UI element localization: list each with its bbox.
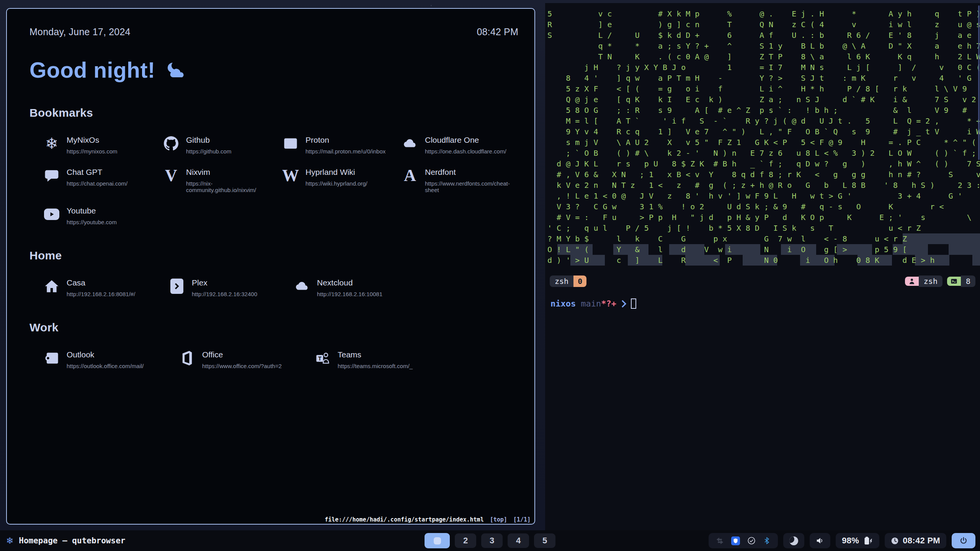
prompt-line[interactable]: nixos main *?+ <box>545 298 980 309</box>
workspace-button-3[interactable]: 3 <box>481 533 503 548</box>
terminal-window[interactable]: 5 v c # X k M p % @ . E j . H * A y h q … <box>545 3 980 530</box>
qutebrowser-window: Monday, June 17, 2024 08:42 PM Good nigh… <box>6 8 535 525</box>
cloud-icon <box>402 135 418 152</box>
matrix-row: O ! L " ( Y & l d V w i N i O g [ > p 5 … <box>547 244 980 255</box>
teams-person-icon: T <box>314 349 331 367</box>
section-title: Bookmarks <box>29 106 518 119</box>
cloud-moon-icon <box>162 62 186 81</box>
workspace-button-5[interactable]: 5 <box>534 533 555 548</box>
workspace-button-1[interactable] <box>425 533 450 548</box>
matrix-row: M = l [ A T ` ' i f S - ` R y ? j ( @ d … <box>547 116 980 126</box>
pane-count: 8 <box>961 276 975 287</box>
bookmark-name: Youtube <box>67 206 117 215</box>
bookmark-youtube[interactable]: Youtube https://youtube.com <box>43 205 163 225</box>
matrix-row: , ! L e 1 < 0 @ J V z 8 ' h v ' ] w F 9 … <box>547 191 980 201</box>
statusbar: file:///home/hadi/.config/startpage/inde… <box>325 516 531 523</box>
bookmark-proton[interactable]: Proton https://mail.proton.me/u/0/inbox <box>282 135 402 155</box>
bookmark-name: Casa <box>67 278 135 287</box>
letter-W-icon: W <box>282 167 299 184</box>
terminal-scrollbar[interactable] <box>978 5 980 160</box>
bookmark-url: https://youtube.com <box>67 219 117 225</box>
matrix-row: k V e 2 n N T z 1 < z # g ( ; z + h @ R … <box>547 180 980 191</box>
workspace-active-indicator <box>434 537 441 544</box>
shell-tab[interactable]: zsh 0 <box>550 276 586 287</box>
kdeconnect-arrows-icon[interactable] <box>716 537 724 545</box>
moon-icon <box>789 536 798 545</box>
matrix-row: # , V 6 & X N ; 1 x B < v Y 8 q d f 8 ; … <box>547 169 980 180</box>
bookmark-casa[interactable]: Casa http://192.168.2.16:8081/#/ <box>43 277 168 297</box>
section-links: Outlook https://outlook.office.com/mail/… <box>43 349 518 369</box>
power-icon <box>959 536 968 545</box>
matrix-row: s m j V \ A U 2 X v 5 " F Z 1 G K < P 5 … <box>547 137 980 148</box>
matrix-row: 9 Y v 4 R c q 1 ] V e 7 ^ " ) L , " F O … <box>547 126 980 137</box>
bookmark-url: http://192.168.2.16:32400 <box>192 291 257 297</box>
office-blob-icon <box>180 351 194 365</box>
taskbar-window-info: ❄ Homepage — qutebrowser <box>6 536 125 546</box>
section-home: Home Casa http://192.168.2.16:8081/#/ Pl… <box>29 249 518 297</box>
matrix-row: # V = : F u > P p H " j d p H & y P d K … <box>547 212 980 223</box>
prompt-git-status: *?+ <box>601 299 616 308</box>
bookmark-mynixos[interactable]: ❄ MyNixOs https://mynixos.com <box>43 135 163 155</box>
bookmark-name: Nerdfont <box>425 168 521 177</box>
section-work: Work Outlook https://outlook.office.com/… <box>29 321 518 369</box>
office-blob-icon <box>179 349 196 367</box>
battery-module[interactable]: 98% <box>836 533 879 548</box>
chat-bubble-icon <box>43 167 60 184</box>
power-button[interactable] <box>952 533 975 548</box>
bookmark-url: https://github.com <box>186 148 231 155</box>
workspace-button-4[interactable]: 4 <box>508 533 529 548</box>
user-badge <box>905 277 919 286</box>
bookmark-nixvim[interactable]: V Nixvim https://nix-community.github.io… <box>163 167 282 193</box>
clock-module[interactable]: 08:42 PM <box>885 533 946 548</box>
terminal-icon <box>951 278 957 285</box>
user-shell-label: zsh <box>919 276 942 287</box>
bookmark-hyprland-wiki[interactable]: W Hyprland Wiki https://wiki.hyprland.or… <box>282 167 402 193</box>
prompt-chevron-icon <box>621 300 626 308</box>
statusbar-scroll-position: [top] <box>490 516 507 523</box>
bookmark-plex[interactable]: Plex http://192.168.2.16:32400 <box>168 277 294 297</box>
pane-count-badge <box>947 277 961 286</box>
bookmark-outlook[interactable]: Outlook https://outlook.office.com/mail/ <box>43 349 179 369</box>
matrix-pane: 5 v c # X k M p % @ . E j . H * A y h q … <box>545 3 980 267</box>
startpage: Monday, June 17, 2024 08:42 PM Good nigh… <box>7 9 534 524</box>
prompt-host: nixos <box>550 299 576 308</box>
bookmark-cloudflare-one[interactable]: Cloudflare One https://one.dash.cloudfla… <box>402 135 521 155</box>
workspace-button-2[interactable]: 2 <box>455 533 476 548</box>
bookmark-teams[interactable]: T Teams https://teams.microsoft.com/_ <box>314 349 450 369</box>
system-tray <box>709 533 778 548</box>
night-light-toggle[interactable] <box>783 533 804 548</box>
battery-charging-icon <box>863 536 873 545</box>
svg-text:T: T <box>318 355 322 362</box>
section-bookmarks: Bookmarks ❄ MyNixOs https://mynixos.com … <box>29 106 518 225</box>
bookmark-nextcloud[interactable]: Nextcloud http://192.168.2.16:10081 <box>294 277 419 297</box>
check-circle-icon[interactable] <box>747 536 756 545</box>
bookmark-chat-gpt[interactable]: Chat GPT https://chat.openai.com/ <box>43 167 163 193</box>
letter-icon: V <box>163 167 180 184</box>
letter-icon: W <box>282 167 299 184</box>
bookmark-github[interactable]: Github https://github.com <box>163 135 282 155</box>
bookmark-nerdfont[interactable]: A Nerdfont https://www.nerdfonts.com/che… <box>402 167 521 193</box>
bookmark-name: Plex <box>192 278 257 287</box>
matrix-row: ' C ; q u l P / 5 j [ ! b * 5 X 8 D I S … <box>547 223 980 233</box>
bookmark-name: Nextcloud <box>317 278 382 287</box>
matrix-row: R ] e ) g ] c n T Q N z C ( 4 v i w l z … <box>547 19 980 30</box>
bookmark-name: Github <box>186 135 231 145</box>
bookmark-url: https://nix-community.github.io/nixvim/ <box>186 180 282 193</box>
volume-control[interactable] <box>810 533 830 548</box>
bookmark-name: Office <box>202 350 282 359</box>
window-title: Homepage — qutebrowser <box>19 536 125 545</box>
bookmark-url: http://192.168.2.16:8081/#/ <box>67 291 135 297</box>
workspaces: 2345 <box>425 533 555 548</box>
person-icon <box>908 278 915 285</box>
bluetooth-icon[interactable] <box>763 536 771 545</box>
speaker-icon <box>816 536 824 545</box>
bookmark-name: Outlook <box>67 350 144 359</box>
bookmark-office[interactable]: Office https://www.office.com/?auth=2 <box>179 349 314 369</box>
house-icon <box>43 277 60 295</box>
date-text: Monday, June 17, 2024 <box>29 26 131 37</box>
bitwarden-shield-icon[interactable] <box>731 536 740 545</box>
clock-text: 08:42 PM <box>903 536 940 546</box>
matrix-row: S L / U $ k d D + 6 A f U . : b R 6 / E … <box>547 30 980 41</box>
section-title: Work <box>29 321 518 334</box>
outlook-grid-icon <box>44 351 59 365</box>
